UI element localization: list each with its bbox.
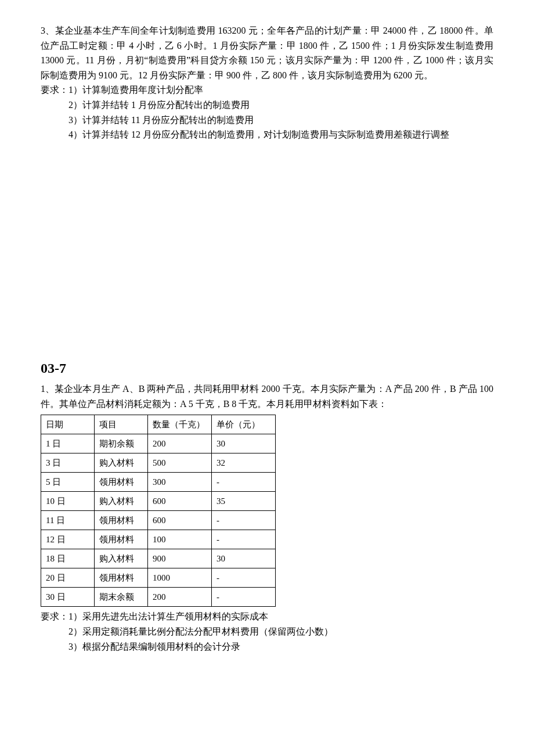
cell-date: 1 日	[41, 434, 95, 453]
cell-price: -	[212, 530, 276, 549]
cell-qty: 200	[148, 588, 212, 607]
table-row: 20 日 领用材料 1000 -	[41, 568, 276, 588]
table-row: 11 日 领用材料 600 -	[41, 511, 276, 530]
cell-date: 5 日	[41, 473, 95, 492]
cell-item: 领用材料	[95, 473, 148, 492]
cell-qty: 1000	[148, 568, 212, 588]
cell-date: 3 日	[41, 453, 95, 473]
cell-qty: 200	[148, 434, 212, 453]
cell-item: 领用材料	[95, 530, 148, 549]
cell-price: 30	[212, 434, 276, 453]
question-3-req-3: 3）计算并结转 11 月份应分配转出的制造费用	[41, 113, 493, 128]
cell-price: -	[212, 473, 276, 492]
cell-date: 20 日	[41, 568, 95, 588]
cell-price: -	[212, 511, 276, 530]
table-header-row: 日期 项目 数量（千克） 单价（元）	[41, 415, 276, 434]
cell-date: 30 日	[41, 588, 95, 607]
table-row: 1 日 期初余额 200 30	[41, 434, 276, 453]
cell-price: 32	[212, 453, 276, 473]
table-header-price: 单价（元）	[212, 415, 276, 434]
whitespace-gap	[41, 148, 493, 357]
table-row: 12 日 领用材料 100 -	[41, 530, 276, 549]
question-1-req-2: 2）采用定额消耗量比例分配法分配甲材料费用（保留两位小数）	[41, 624, 493, 639]
question-3-req-4: 4）计算并结转 12 月份应分配转出的制造费用，对计划制造费用与实际制造费用差额…	[41, 127, 493, 142]
question-1-text: 1、某企业本月生产 A、B 两种产品，共同耗用甲材料 2000 千克。本月实际产…	[41, 381, 493, 411]
cell-qty: 500	[148, 453, 212, 473]
cell-item: 期末余额	[95, 588, 148, 607]
table-row: 18 日 购入材料 900 30	[41, 549, 276, 568]
cell-price: 35	[212, 492, 276, 511]
cell-qty: 900	[148, 549, 212, 568]
question-3-req-2: 2）计算并结转 1 月份应分配转出的制造费用	[41, 98, 493, 113]
section-heading: 03-7	[41, 357, 493, 379]
cell-item: 领用材料	[95, 511, 148, 530]
cell-item: 购入材料	[95, 492, 148, 511]
cell-item: 期初余额	[95, 434, 148, 453]
table-row: 10 日 购入材料 600 35	[41, 492, 276, 511]
cell-date: 11 日	[41, 511, 95, 530]
table-header-qty: 数量（千克）	[148, 415, 212, 434]
cell-qty: 600	[148, 492, 212, 511]
cell-qty: 300	[148, 473, 212, 492]
cell-date: 18 日	[41, 549, 95, 568]
question-3: 3、某企业基本生产车间全年计划制造费用 163200 元；全年各产品的计划产量：…	[41, 23, 493, 142]
cell-item: 领用材料	[95, 568, 148, 588]
question-1: 1、某企业本月生产 A、B 两种产品，共同耗用甲材料 2000 千克。本月实际产…	[41, 381, 493, 654]
question-1-req-3: 3）根据分配结果编制领用材料的会计分录	[41, 639, 493, 654]
cell-price: 30	[212, 549, 276, 568]
cell-date: 10 日	[41, 492, 95, 511]
table-row: 3 日 购入材料 500 32	[41, 453, 276, 473]
table-row: 30 日 期末余额 200 -	[41, 588, 276, 607]
cell-price: -	[212, 568, 276, 588]
table-row: 5 日 领用材料 300 -	[41, 473, 276, 492]
cell-item: 购入材料	[95, 549, 148, 568]
table-header-item: 项目	[95, 415, 148, 434]
material-table: 日期 项目 数量（千克） 单价（元） 1 日 期初余额 200 30 3 日 购…	[41, 415, 276, 607]
cell-item: 购入材料	[95, 453, 148, 473]
cell-price: -	[212, 588, 276, 607]
table-header-date: 日期	[41, 415, 95, 434]
question-3-text: 3、某企业基本生产车间全年计划制造费用 163200 元；全年各产品的计划产量：…	[41, 23, 493, 82]
cell-qty: 600	[148, 511, 212, 530]
cell-date: 12 日	[41, 530, 95, 549]
question-3-req-1: 要求：1）计算制造费用年度计划分配率	[41, 82, 493, 98]
cell-qty: 100	[148, 530, 212, 549]
question-1-req-1: 要求：1）采用先进先出法计算生产领用材料的实际成本	[41, 609, 493, 624]
